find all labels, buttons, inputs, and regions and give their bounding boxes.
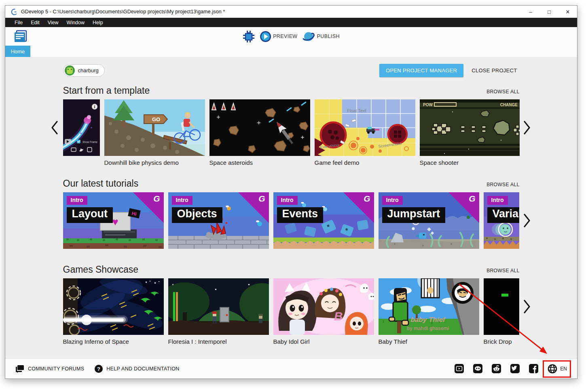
globe-icon: [548, 364, 557, 374]
forum-icon: [15, 365, 24, 373]
twitter-icon[interactable]: [510, 364, 520, 373]
showcase-card[interactable]: Blazing Inferno of Space: [63, 278, 164, 345]
carousel-next-icon[interactable]: [523, 121, 531, 135]
character-sprite: [258, 314, 263, 323]
tutorial-card[interactable]: ♥ Hi Intro: [63, 192, 164, 249]
discord-icon[interactable]: [473, 364, 482, 373]
tutorials-section-title: Our latest tutorials: [63, 178, 139, 189]
tutorial-title: Variab: [487, 207, 519, 223]
facebook-icon[interactable]: [529, 364, 538, 373]
tutorial-title: Objects: [172, 207, 222, 223]
carousel-prev-icon[interactable]: [51, 121, 58, 135]
publish-planet-icon: [302, 31, 315, 42]
user-avatar: [65, 65, 75, 76]
language-selector[interactable]: EN: [548, 364, 567, 374]
templates-section-title: Start from a template: [63, 85, 150, 96]
thief-badge: [452, 282, 474, 304]
showcase-title: Brick Drop: [484, 338, 519, 345]
project-manager-icon[interactable]: [13, 30, 28, 43]
template-title: Space shooter: [420, 159, 520, 166]
showcase-title: Blazing Inferno of Space: [63, 338, 164, 345]
carousel-next-icon[interactable]: [523, 300, 531, 313]
space-shooter-thumbnail: POW CHANGE: [420, 99, 520, 156]
window-title: GDevelop 5 - C:\Users\charburg\Documents…: [21, 9, 225, 15]
svg-text:GO: GO: [152, 116, 160, 122]
reddit-icon[interactable]: [492, 364, 501, 373]
tutorial-card[interactable]: Intro Events G: [273, 192, 374, 249]
debugger-icon[interactable]: [243, 30, 255, 43]
language-code: EN: [560, 366, 567, 372]
help-icon: ?: [95, 365, 103, 373]
template-card[interactable]: GO: [104, 99, 205, 166]
svg-text:Show Frame: Show Frame: [82, 141, 97, 143]
community-forums-link[interactable]: COMMUNITY FORUMS: [15, 365, 84, 373]
templates-browse-all[interactable]: BROWSE ALL: [486, 89, 519, 96]
tutorial-title: Jumpstart: [382, 207, 446, 223]
hanging-cage: [421, 278, 439, 298]
minimize-button[interactable]: –: [521, 6, 540, 18]
app-window: GDevelop 5 - C:\Users\charburg\Documents…: [5, 5, 577, 379]
user-chip[interactable]: charburg: [63, 64, 105, 77]
help-documentation-link[interactable]: ? HELP AND DOCUMENTATION: [95, 365, 179, 373]
showcase-card[interactable]: Floresia I : Intemporel: [168, 278, 269, 345]
showcase-card[interactable]: B Baby Idol Girl: [273, 278, 374, 345]
gdevelop-logo-icon: G: [364, 194, 370, 204]
tutorials-browse-all[interactable]: BROWSE ALL: [486, 182, 519, 189]
title-bar: GDevelop 5 - C:\Users\charburg\Documents…: [5, 6, 577, 18]
showcase-title: Baby Idol Girl: [273, 338, 374, 345]
svg-text:?: ?: [97, 366, 100, 372]
preview-button[interactable]: PREVIEW: [260, 31, 297, 42]
showcase-browse-all[interactable]: BROWSE ALL: [486, 268, 519, 275]
tab-bar: Home: [5, 46, 577, 57]
svg-text:♥: ♥: [112, 216, 118, 228]
template-title: Downhill bike physics demo: [104, 159, 205, 166]
menu-edit[interactable]: Edit: [27, 19, 43, 26]
floresia-thumbnail: [168, 278, 269, 335]
menu-file[interactable]: File: [11, 19, 26, 26]
particle-demo-thumbnail: i Show Frame: [63, 99, 100, 156]
tutorial-card[interactable]: Intro Objects G: [168, 192, 269, 249]
template-title: Space asteroids: [209, 159, 310, 166]
username: charburg: [78, 67, 99, 74]
tutorial-card-partial[interactable]: +1 Intro: [484, 192, 519, 249]
svg-text:i: i: [94, 105, 95, 109]
showcase-card[interactable]: baby Thief by mahdi ghasemi Baby Thief: [379, 278, 479, 345]
menu-help[interactable]: Help: [89, 19, 107, 26]
footer: COMMUNITY FORUMS ? HELP AND DOCUMENTATIO…: [5, 358, 577, 378]
publish-button[interactable]: PUBLISH: [302, 31, 340, 42]
tutorial-card[interactable]: Intro Jumpstart G: [379, 192, 479, 249]
menu-view[interactable]: View: [44, 19, 62, 26]
home-page: charburg OPEN PROJECT MANAGER CLOSE PROJ…: [5, 57, 577, 358]
template-title: Game feel demo: [315, 159, 415, 166]
close-project-button[interactable]: CLOSE PROJECT: [469, 64, 519, 77]
showcase-card-partial[interactable]: Brick Drop: [484, 278, 519, 345]
svg-text:CHANGE: CHANGE: [500, 103, 518, 107]
template-card[interactable]: Float Text: [315, 99, 415, 166]
gdevelop-logo-icon: G: [258, 194, 265, 204]
brick-drop-thumbnail: [484, 278, 519, 335]
gdevelop-logo-icon: G: [469, 194, 475, 204]
svg-text:by mahdi ghasemi: by mahdi ghasemi: [406, 326, 449, 331]
showcase-title: Floresia I : Intemporel: [168, 338, 269, 345]
blazing-inferno-thumbnail: [63, 278, 164, 335]
intro-badge: Intro: [67, 196, 87, 205]
gdevelop-logo-icon: G: [153, 194, 160, 204]
menu-window[interactable]: Window: [63, 19, 88, 26]
template-card[interactable]: Space asteroids: [209, 99, 310, 166]
open-project-manager-button[interactable]: OPEN PROJECT MANAGER: [379, 64, 463, 77]
carousel-next-icon[interactable]: [523, 214, 531, 227]
main-toolbar: PREVIEW PUBLISH: [5, 27, 577, 46]
svg-text:B: B: [334, 309, 343, 323]
template-card[interactable]: POW CHANGE: [420, 99, 520, 166]
maximize-button[interactable]: □: [540, 6, 558, 18]
svg-text:baby Thief: baby Thief: [410, 316, 446, 324]
close-button[interactable]: ✕: [558, 6, 577, 18]
youtube-icon[interactable]: [455, 364, 464, 373]
showcase-section-title: Games Showcase: [63, 264, 139, 275]
svg-text:POW: POW: [423, 103, 433, 107]
baby-thief-thumbnail: baby Thief by mahdi ghasemi: [379, 278, 479, 335]
tutorial-title: Layout: [67, 207, 113, 223]
baby-idol-girl-thumbnail: B: [273, 278, 374, 335]
tab-home[interactable]: Home: [5, 46, 30, 57]
template-card-partial[interactable]: i Show Frame: [63, 99, 100, 166]
